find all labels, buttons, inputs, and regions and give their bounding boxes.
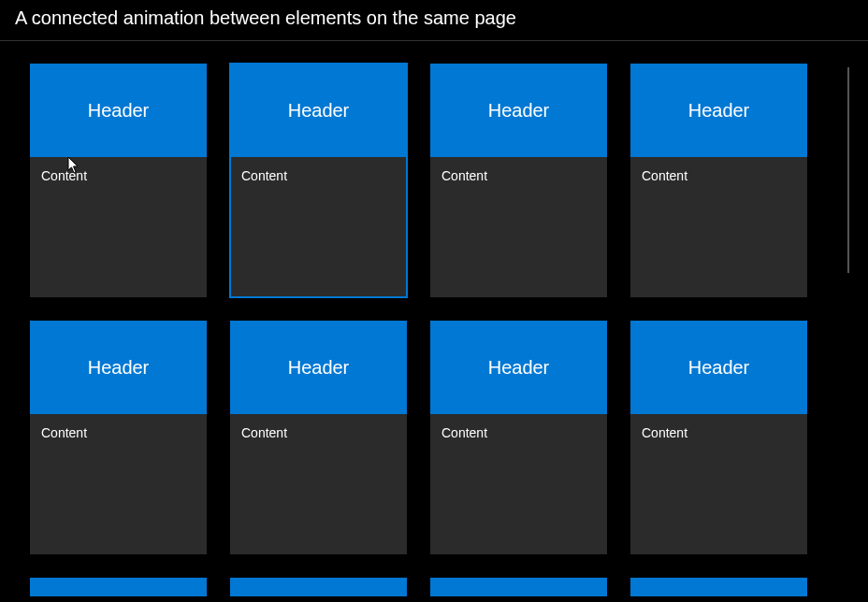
card-item[interactable] xyxy=(430,578,607,596)
card-content: Content xyxy=(230,414,407,554)
page-title: A connected animation between elements o… xyxy=(0,0,868,41)
card-header: Header xyxy=(430,321,607,414)
card-content: Content xyxy=(230,157,407,297)
card-content: Content xyxy=(430,157,607,297)
card-item[interactable]: Header Content xyxy=(630,64,807,297)
card-header: Header xyxy=(230,321,407,414)
card-header: Header xyxy=(230,64,407,157)
card-header: Header xyxy=(30,64,207,157)
card-item[interactable]: Header Content xyxy=(630,321,807,554)
scrollbar[interactable] xyxy=(847,67,849,273)
card-item[interactable]: Header Content xyxy=(430,64,607,297)
card-item[interactable]: Header Content xyxy=(30,321,207,554)
card-item[interactable]: Header Content xyxy=(230,64,407,297)
card-item[interactable]: Header Content xyxy=(230,321,407,554)
card-header xyxy=(30,578,207,596)
card-content: Content xyxy=(430,414,607,554)
card-header: Header xyxy=(30,321,207,414)
card-header: Header xyxy=(630,64,807,157)
card-header xyxy=(630,578,807,596)
card-header: Header xyxy=(630,321,807,414)
card-content: Content xyxy=(630,414,807,554)
card-content: Content xyxy=(630,157,807,297)
card-content: Content xyxy=(30,414,207,554)
card-item[interactable] xyxy=(630,578,807,596)
card-item[interactable]: Header Content xyxy=(430,321,607,554)
card-item[interactable] xyxy=(230,578,407,596)
card-content: Content xyxy=(30,157,207,297)
card-header: Header xyxy=(430,64,607,157)
card-item[interactable] xyxy=(30,578,207,596)
card-header xyxy=(230,578,407,596)
card-grid: Header Content Header Content Header Con… xyxy=(0,41,868,596)
card-header xyxy=(430,578,607,596)
card-item[interactable]: Header Content xyxy=(30,64,207,297)
